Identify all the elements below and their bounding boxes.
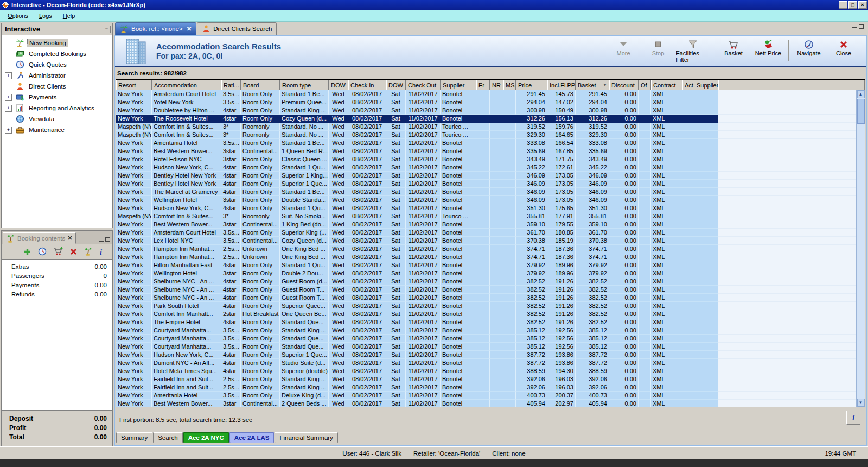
menu-options[interactable]: Options bbox=[3, 11, 33, 21]
scrollbar-thumb[interactable] bbox=[857, 99, 865, 124]
sidebar-item-direct-clients[interactable]: Direct Clients bbox=[2, 81, 112, 92]
expand-plus-icon[interactable]: + bbox=[5, 127, 12, 134]
table-row[interactable]: New YorkDumont NYC - An Aff...4starRoom … bbox=[116, 359, 865, 367]
close-tab-icon[interactable]: ✕ bbox=[187, 25, 192, 33]
facilities-filter-button[interactable]: Facilities Filter bbox=[676, 39, 710, 64]
expand-plus-icon[interactable]: + bbox=[5, 94, 12, 101]
sidebar-item-viewdata[interactable]: Viewdata bbox=[2, 113, 112, 124]
table-row[interactable]: New YorkCourtyard Manhatta...3.5s...Room… bbox=[116, 335, 865, 343]
table-row[interactable]: New YorkShelburne NYC - An ...4starRoom … bbox=[116, 294, 865, 302]
column-header-resort[interactable]: Resort bbox=[116, 80, 152, 90]
table-row[interactable]: New YorkHotel Mela Times Squ...4starRoom… bbox=[116, 367, 865, 375]
column-header-accommodation[interactable]: Accommodation bbox=[152, 80, 221, 90]
column-header-room_type[interactable]: Room type bbox=[280, 80, 329, 90]
table-row[interactable]: New YorkCourtyard Manhatta...3.5s...Room… bbox=[116, 326, 865, 335]
sidebar-item-completed-bookings[interactable]: Completed Bookings bbox=[2, 48, 112, 59]
expand-plus-icon[interactable]: + bbox=[5, 72, 12, 79]
table-row[interactable]: New YorkHilton Manhattan East4starRoom O… bbox=[116, 261, 865, 269]
column-header-board[interactable]: Board bbox=[241, 80, 280, 90]
minimize-panel-icon[interactable] bbox=[99, 237, 104, 242]
column-header-check_out[interactable]: Check Out bbox=[406, 80, 441, 90]
maximize-view-icon[interactable] bbox=[859, 24, 864, 29]
tab-direct-clients-search[interactable]: Direct Clients Search bbox=[197, 22, 277, 35]
table-row[interactable]: New YorkBest Western Bower...3starContin… bbox=[116, 220, 865, 229]
table-row[interactable]: New YorkWellington Hotel3starRoom OnlyDo… bbox=[116, 269, 865, 277]
bottom-tab-acc-2a-nyc[interactable]: Acc 2A NYC bbox=[183, 432, 229, 443]
maximize-button[interactable]: □ bbox=[848, 1, 857, 9]
table-row[interactable]: New YorkShelburne NYC - An ...4starRoom … bbox=[116, 277, 865, 286]
tab-book-ref-none-[interactable]: Book. ref.: <none>✕ bbox=[115, 22, 196, 35]
sidebar-item-new-booking[interactable]: New Booking bbox=[2, 37, 112, 48]
collapse-panel-button[interactable]: − bbox=[103, 26, 111, 33]
bottom-tab-search[interactable]: Search bbox=[153, 432, 182, 443]
table-row[interactable]: New YorkHampton Inn Manhat...2.5s...Unkn… bbox=[116, 245, 865, 253]
table-row[interactable]: New YorkHotel Edison NYC3starRoom OnlyCl… bbox=[116, 155, 865, 163]
table-row[interactable]: New YorkWellington Hotel3starRoom OnlyDo… bbox=[116, 196, 865, 204]
table-row[interactable]: Maspeth (NY)Comfort Inn & Suites...3*Roo… bbox=[116, 131, 865, 139]
table-row[interactable]: Maspeth (NY)Comfort Inn & Suites...3*Roo… bbox=[116, 212, 865, 220]
table-row[interactable]: New YorkHampton Inn Manhat...2.5s...Unkn… bbox=[116, 253, 865, 261]
table-row[interactable]: New YorkAmsterdam Court Hotel3.5s...Room… bbox=[116, 229, 865, 237]
column-header-dow_out[interactable]: DOW bbox=[386, 80, 406, 90]
info-button[interactable]: i bbox=[846, 411, 860, 425]
column-header-check_in[interactable]: Check In bbox=[348, 80, 386, 90]
clock-icon[interactable] bbox=[38, 247, 47, 256]
table-row[interactable]: New YorkHudson New York, C...4starRoom O… bbox=[116, 163, 865, 172]
scroll-up-icon[interactable]: ▲ bbox=[857, 90, 865, 98]
info-icon[interactable]: i bbox=[99, 248, 105, 256]
table-row[interactable]: New YorkHudson New York, C...4starRoom O… bbox=[116, 204, 865, 212]
scroll-down-icon[interactable]: ▼ bbox=[857, 399, 865, 407]
add-icon[interactable] bbox=[23, 248, 31, 256]
table-row[interactable]: New YorkBentley Hotel New York4starRoom … bbox=[116, 172, 865, 180]
table-row[interactable]: New YorkFairfield Inn and Suit...2.5s...… bbox=[116, 383, 865, 392]
column-header-contract[interactable]: Contract bbox=[651, 80, 682, 90]
basket-button[interactable]: Basket bbox=[717, 39, 750, 58]
vertical-scrollbar[interactable]: ▲ ▼ bbox=[856, 90, 865, 407]
table-row[interactable]: New YorkComfort Inn Manhatt...2starHot B… bbox=[116, 310, 865, 318]
column-header-price[interactable]: Price bbox=[516, 80, 547, 90]
table-row[interactable]: New YorkThe Empire Hotel4starRoom OnlySt… bbox=[116, 318, 865, 326]
sidebar-item-reporting-and-analytics[interactable]: +Reporting and Analytics bbox=[2, 103, 112, 113]
minimize-button[interactable]: _ bbox=[839, 1, 847, 9]
bottom-tab-financial-summary[interactable]: Financial Summary bbox=[275, 432, 337, 443]
table-row[interactable]: New YorkThe Roosevelt Hotel4starRoom Onl… bbox=[116, 115, 865, 123]
palm-icon[interactable] bbox=[84, 247, 93, 256]
table-row[interactable]: New YorkAmsterdam Court Hotel3.5s...Room… bbox=[116, 90, 865, 98]
menu-logs[interactable]: Logs bbox=[35, 11, 56, 21]
close-window-button[interactable]: × bbox=[858, 1, 867, 9]
maximize-panel-icon[interactable] bbox=[105, 237, 110, 242]
table-row[interactable]: New YorkFairfield Inn and Suit...2.5s...… bbox=[116, 375, 865, 383]
column-header-nr[interactable]: NR bbox=[490, 80, 503, 90]
column-header-rating[interactable]: Rati... bbox=[221, 80, 241, 90]
cart-export-icon[interactable] bbox=[53, 247, 63, 256]
sidebar-item-payments[interactable]: +$Payments bbox=[2, 92, 112, 103]
close-booking-contents-icon[interactable]: ✕ bbox=[67, 235, 72, 242]
bottom-tab-summary[interactable]: Summary bbox=[116, 432, 152, 443]
table-row[interactable]: New YorkHudson New York, C...4starRoom O… bbox=[116, 351, 865, 359]
sidebar-item-administrator[interactable]: +Administrator bbox=[2, 70, 112, 81]
column-header-basket[interactable]: Basket▼ bbox=[576, 80, 609, 90]
table-row[interactable]: New YorkAmeritania Hotel3.5s...Room Only… bbox=[116, 392, 865, 400]
column-header-of[interactable]: Of bbox=[639, 80, 651, 90]
nett-price-button[interactable]: Nett Price bbox=[751, 39, 785, 58]
sidebar-item-maintenance[interactable]: +Maintenance bbox=[2, 124, 112, 135]
bottom-tab-acc-2a-las[interactable]: Acc 2A LAS bbox=[229, 432, 275, 443]
column-header-discount[interactable]: Discount bbox=[609, 80, 639, 90]
navigate-button[interactable]: Navigate bbox=[792, 39, 826, 58]
table-row[interactable]: New YorkLex Hotel NYC3.5s...Continental.… bbox=[116, 237, 865, 245]
table-row[interactable]: New YorkAmeritania Hotel3.5s...Room Only… bbox=[116, 139, 865, 147]
column-header-incl_fl_pp[interactable]: Incl.Fl.PP bbox=[547, 80, 576, 90]
table-row[interactable]: New YorkBentley Hotel New York4starRoom … bbox=[116, 180, 865, 188]
column-header-supplier[interactable]: Supplier bbox=[441, 80, 476, 90]
table-row[interactable]: New YorkBest Western Bower...3starContin… bbox=[116, 400, 865, 407]
table-row[interactable]: New YorkShelburne NYC - An ...4starRoom … bbox=[116, 286, 865, 294]
booking-contents-tab[interactable]: Booking contents ✕ bbox=[3, 232, 76, 244]
close-button[interactable]: Close bbox=[827, 39, 860, 58]
column-header-dow_in[interactable]: DOW bbox=[329, 80, 348, 90]
minimize-view-icon[interactable] bbox=[852, 24, 857, 28]
table-row[interactable]: New YorkCourtyard Manhatta...3.5s...Room… bbox=[116, 343, 865, 351]
table-row[interactable]: New YorkDoubletree by Hilton ...4starRoo… bbox=[116, 106, 865, 115]
column-header-er[interactable]: Er bbox=[476, 80, 490, 90]
table-row[interactable]: Maspeth (NY)Comfort Inn & Suites...3*Roo… bbox=[116, 123, 865, 131]
table-row[interactable]: New YorkPark South Hotel4starRoom OnlySu… bbox=[116, 302, 865, 310]
